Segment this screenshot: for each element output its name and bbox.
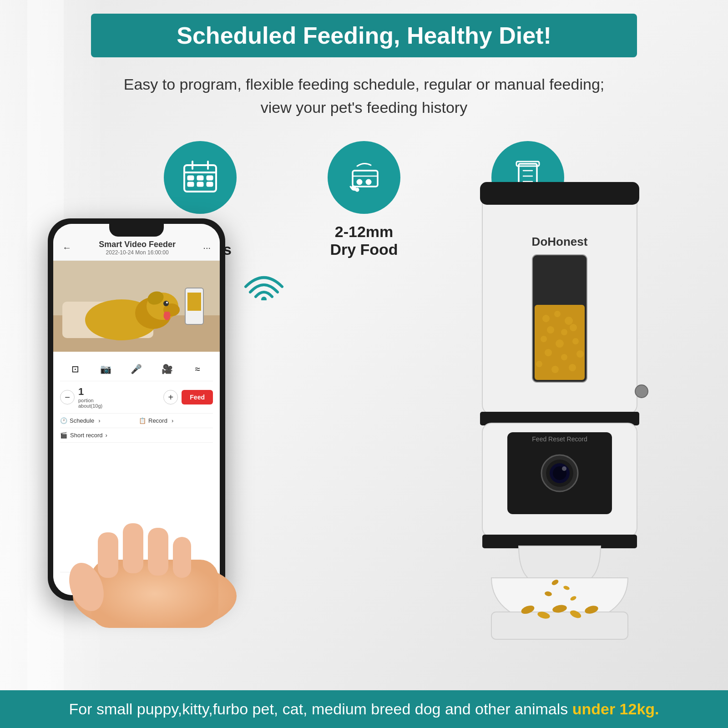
svg-point-31 xyxy=(166,302,168,303)
portion-plus-button[interactable]: + xyxy=(163,390,178,404)
feature-food: 2-12mm Dry Food xyxy=(328,141,400,258)
footer-text-highlight: under 12kg. xyxy=(572,700,659,718)
subtitle-line1: Easy to program, flexible feeding schedu… xyxy=(114,73,614,96)
feeder-container: DoHonest Feed Reset Record xyxy=(437,173,692,673)
schedule-label: Schedule xyxy=(70,417,94,424)
svg-rect-6 xyxy=(207,176,212,180)
svg-point-54 xyxy=(556,339,564,348)
svg-point-52 xyxy=(570,324,577,331)
camera-icon[interactable]: 📷 xyxy=(98,361,114,377)
doc-icon: 📋 xyxy=(139,417,146,424)
svg-point-59 xyxy=(536,361,542,367)
svg-point-57 xyxy=(561,354,567,360)
calendar-icon xyxy=(180,157,221,198)
svg-point-14 xyxy=(352,186,355,190)
wifi-icon xyxy=(241,264,287,302)
app-controls: ⊡ 📷 🎤 🎥 ≈ − 1 portionabout(10g) + Feed xyxy=(53,352,220,448)
svg-rect-37 xyxy=(98,532,118,578)
filter-icon[interactable]: ≈ xyxy=(189,361,206,377)
svg-point-53 xyxy=(541,336,547,342)
svg-point-12 xyxy=(357,180,362,184)
svg-point-71 xyxy=(562,466,566,471)
subtitle: Easy to program, flexible feeding schedu… xyxy=(114,73,614,119)
record-menu-item[interactable]: 📋 Record › xyxy=(139,417,213,424)
svg-point-61 xyxy=(569,364,576,371)
svg-rect-39 xyxy=(148,528,168,576)
phone-notch xyxy=(109,224,164,237)
svg-point-30 xyxy=(163,301,169,306)
mic-icon[interactable]: 🎤 xyxy=(128,361,145,377)
footer-text-normal: For small puppy,kitty,furbo pet, cat, me… xyxy=(69,700,572,718)
svg-point-55 xyxy=(572,338,579,344)
subtitle-line2: view your pet's feeding history xyxy=(114,96,614,119)
app-date: 2022-10-24 Mon 16:00:00 xyxy=(99,249,176,256)
header-banner: Scheduled Feeding, Healthy Diet! xyxy=(91,14,637,57)
svg-rect-34 xyxy=(187,293,201,311)
svg-point-62 xyxy=(635,385,648,398)
svg-point-21 xyxy=(261,297,267,300)
header-title: Scheduled Feeding, Healthy Diet! xyxy=(177,22,551,49)
phone-container: ← Smart Video Feeder 2022-10-24 Mon 16:0… xyxy=(27,218,246,628)
svg-rect-7 xyxy=(188,182,193,186)
app-title: Smart Video Feeder xyxy=(99,240,176,249)
portion-count: 1 xyxy=(78,386,84,397)
portion-label: portionabout(10g) xyxy=(78,398,160,409)
schedule-arrow: › xyxy=(98,417,100,424)
svg-rect-10 xyxy=(353,171,378,187)
svg-rect-38 xyxy=(123,523,143,573)
expand-icon[interactable]: ⊡ xyxy=(67,361,84,377)
feature-circle-portions xyxy=(164,141,237,214)
svg-point-56 xyxy=(545,349,552,356)
svg-text:DoHonest: DoHonest xyxy=(532,235,588,248)
video-icon[interactable]: 🎥 xyxy=(159,361,175,377)
svg-point-50 xyxy=(547,326,554,334)
camera-feed xyxy=(53,261,220,352)
record-label: Record xyxy=(148,417,167,424)
hand-svg xyxy=(27,469,264,628)
portion-row: − 1 portionabout(10g) + Feed xyxy=(60,381,213,414)
svg-point-15 xyxy=(356,188,359,191)
svg-point-60 xyxy=(551,366,559,373)
svg-point-13 xyxy=(366,180,371,184)
footer-banner: For small puppy,kitty,furbo pet, cat, me… xyxy=(0,690,728,728)
svg-rect-8 xyxy=(197,182,203,186)
feeder-device: DoHonest Feed Reset Record xyxy=(437,173,692,673)
feed-button[interactable]: Feed xyxy=(182,390,213,404)
food-icon xyxy=(344,157,384,198)
short-record-label: Short record xyxy=(70,432,103,439)
video-small-icon: 🎬 xyxy=(60,432,67,439)
svg-point-47 xyxy=(542,315,550,322)
svg-rect-9 xyxy=(207,182,212,186)
portion-minus-button[interactable]: − xyxy=(60,390,75,404)
svg-rect-4 xyxy=(188,176,193,180)
svg-rect-5 xyxy=(197,176,203,180)
svg-text:Feed Reset Record: Feed Reset Record xyxy=(532,435,587,443)
schedule-menu-item[interactable]: 🕐 Schedule › xyxy=(60,417,134,424)
svg-rect-40 xyxy=(173,537,191,578)
short-record-row[interactable]: 🎬 Short record › xyxy=(60,428,213,443)
feature-circle-food xyxy=(328,141,400,214)
svg-point-51 xyxy=(561,329,567,335)
dog-photo xyxy=(53,261,220,352)
clock-icon: 🕐 xyxy=(60,417,67,424)
svg-point-49 xyxy=(565,317,573,325)
record-arrow: › xyxy=(172,417,173,424)
menu-row: 🕐 Schedule › 📋 Record › xyxy=(60,414,213,428)
svg-rect-73 xyxy=(491,612,628,639)
short-record-arrow: › xyxy=(106,432,107,439)
svg-rect-43 xyxy=(480,182,639,205)
feature-label-food: 2-12mm Dry Food xyxy=(328,223,400,258)
svg-point-58 xyxy=(576,350,584,358)
control-icons-row: ⊡ 📷 🎤 🎥 ≈ xyxy=(60,357,213,381)
portion-text: 1 portionabout(10g) xyxy=(78,386,160,409)
svg-point-48 xyxy=(554,311,561,317)
